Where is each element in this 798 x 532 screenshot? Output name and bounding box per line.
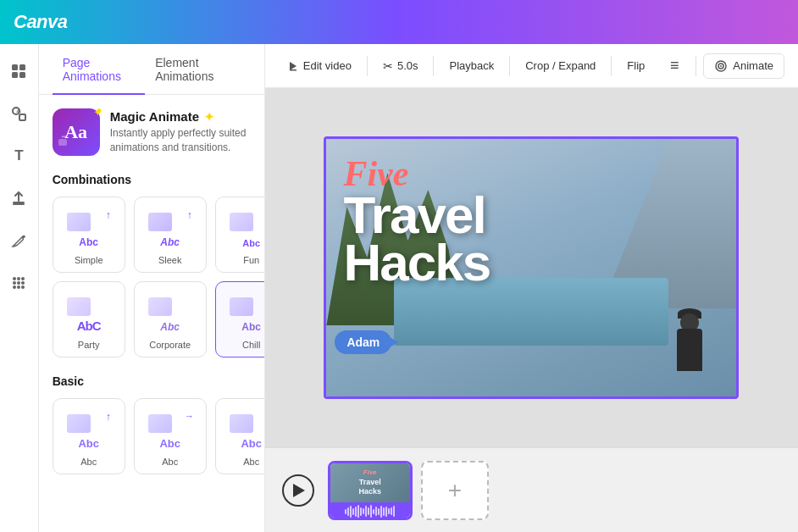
clip-thumb-travel: Tra (359, 478, 371, 486)
fun-img (230, 213, 253, 231)
anim-card-simple[interactable]: Abc ↑ Simple (53, 197, 125, 273)
simple-abc: Abc (79, 236, 98, 248)
svg-rect-3 (19, 72, 25, 78)
wave-16 (383, 507, 385, 516)
menu-icon: ≡ (670, 57, 679, 75)
magic-star-badge: ✦ (204, 110, 214, 124)
sidebar-icon-apps[interactable] (0, 264, 37, 302)
wave-13 (375, 507, 377, 516)
party-abc: AbC (77, 319, 101, 333)
clip-active[interactable]: Five Travel Hacks (328, 461, 413, 520)
panel-tabs: Page Animations Element Animations (39, 44, 264, 95)
sleek-abc: Abc (160, 236, 180, 248)
svg-rect-5 (19, 114, 25, 120)
svg-point-15 (17, 285, 20, 289)
anim-card-sleek[interactable]: Abc ↑ Sleek (134, 197, 207, 273)
sidebar-icon-draw[interactable] (0, 222, 37, 259)
topbar: Canva (0, 0, 798, 44)
svg-point-16 (21, 285, 25, 289)
edit-video-btn[interactable]: Edit video (279, 54, 360, 77)
corporate-abc: Abc (160, 321, 180, 333)
anim-card-basic-3[interactable]: Abc Abc (215, 398, 264, 474)
anim-card-basic-2[interactable]: Abc → Abc (134, 398, 207, 474)
trim-btn[interactable]: ✂ 5.0s (374, 54, 427, 78)
clip-thumb-hacks: Hacks (359, 487, 382, 496)
flip-label: Flip (627, 59, 645, 72)
trim-icon: ✂ (383, 59, 393, 73)
simple-arrow: ↑ (106, 209, 111, 221)
wave-12 (373, 509, 374, 514)
add-clip-btn[interactable]: + (421, 461, 489, 520)
wave-11 (370, 505, 372, 518)
canvas[interactable]: Five Travel Hacks Adam (265, 88, 798, 447)
sleek-img (148, 213, 172, 231)
sleek-preview: Abc ↑ (141, 208, 199, 252)
animate-label: Animate (733, 59, 773, 72)
sidebar-icon-grid[interactable] (0, 53, 37, 90)
basic-1-preview: Abc ↑ (60, 409, 118, 453)
wave-14 (378, 508, 380, 515)
wave-7 (360, 507, 362, 516)
anim-card-fun[interactable]: Abc ↑ Fun (215, 197, 264, 273)
crop-expand-label: Crop / Expand (525, 59, 596, 72)
chill-preview: Abc (223, 292, 264, 336)
tab-element-animations[interactable]: Element Animations (145, 44, 251, 95)
svg-point-12 (17, 281, 20, 285)
animate-btn[interactable]: Animate (703, 53, 784, 79)
toolbar-divider-5 (695, 56, 696, 76)
chill-abc: Abc (241, 321, 261, 333)
svg-point-7 (23, 236, 25, 238)
wave-1 (345, 509, 346, 514)
wave-4 (352, 508, 354, 515)
basic-3-img (230, 414, 253, 433)
canvas-travel: Travel (343, 191, 490, 239)
basic-3-label: Abc (243, 457, 259, 467)
svg-rect-6 (13, 203, 25, 205)
corporate-preview: Abc (141, 292, 199, 336)
canvas-text: Five Travel Hacks (343, 156, 490, 286)
canva-logo[interactable]: Canva (14, 11, 68, 33)
combinations-heading: Combinations (53, 173, 251, 186)
anim-card-corporate[interactable]: Abc Corporate (134, 281, 207, 357)
canvas-person (668, 303, 711, 371)
anim-card-chill[interactable]: Abc Chill (215, 281, 264, 357)
play-button[interactable] (282, 474, 314, 507)
flip-btn[interactable]: Flip (618, 54, 653, 77)
magic-animate-icon: Aa ✦ (53, 108, 100, 156)
party-label: Party (78, 340, 100, 350)
menu-btn[interactable]: ≡ (660, 52, 689, 80)
anim-card-basic-1[interactable]: Abc ↑ Abc (53, 398, 125, 474)
basic-heading: Basic (53, 374, 251, 388)
svg-point-10 (21, 277, 25, 280)
clip-thumbnail: Five Travel Hacks (330, 463, 410, 502)
magic-animate-banner[interactable]: Aa ✦ Magic Animate ✦ Instantly apply p (53, 108, 251, 156)
fun-preview: Abc ↑ (223, 208, 264, 252)
crop-expand-btn[interactable]: Crop / Expand (517, 54, 604, 77)
sidebar-icon-elements[interactable] (0, 95, 37, 132)
animate-icon (714, 59, 728, 73)
toolbar-divider-3 (509, 56, 510, 76)
toolbar-divider-2 (433, 56, 434, 76)
wave-2 (347, 507, 349, 516)
basic-grid: Abc ↑ Abc Abc → Abc (53, 398, 251, 474)
sidebar-icon-upload[interactable] (0, 180, 37, 217)
magic-animate-title: Magic Animate (110, 109, 199, 124)
chill-label: Chill (242, 340, 260, 350)
wave-8 (363, 508, 364, 514)
canvas-hacks: Hacks (343, 239, 490, 286)
tab-page-animations[interactable]: Page Animations (53, 44, 145, 95)
simple-label: Simple (75, 255, 103, 265)
sidebar-icon-text[interactable]: T (0, 137, 37, 175)
basic-1-label: Abc (80, 457, 97, 467)
basic-2-img (148, 414, 172, 433)
anim-card-party[interactable]: AbC Party (53, 281, 125, 357)
play-triangle (293, 484, 305, 497)
wave-5 (355, 507, 357, 517)
basic-1-img (67, 414, 91, 433)
svg-point-14 (13, 285, 16, 289)
wave-3 (350, 506, 352, 518)
playback-btn[interactable]: Playback (441, 54, 502, 77)
text-icon-label: T (14, 147, 23, 164)
wave-17 (385, 507, 387, 517)
svg-point-13 (21, 281, 25, 285)
